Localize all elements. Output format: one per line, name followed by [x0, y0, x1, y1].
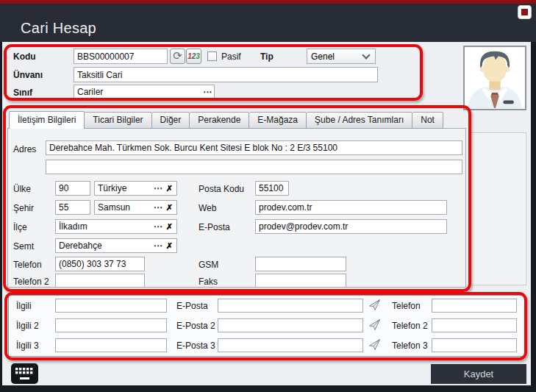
contact-eposta-input[interactable]	[218, 299, 363, 313]
ulke-code-input[interactable]	[55, 181, 90, 196]
page-title: Cari Hesap	[21, 20, 96, 37]
generate-code-button[interactable]: ⟳	[170, 49, 185, 64]
paper-plane-icon	[368, 299, 381, 311]
sehir-label: Şehir	[13, 203, 34, 213]
ilce-value: İlkadım	[56, 221, 151, 232]
telefon2-input[interactable]	[55, 274, 145, 288]
posta-kodu-label: Posta Kodu	[199, 184, 244, 194]
side-empty-panel	[468, 132, 526, 285]
ulke-clear-icon[interactable]: ✗	[165, 185, 176, 193]
ilce-label: İlçe	[13, 222, 27, 232]
eposta-label: E-Posta	[199, 222, 230, 232]
avatar	[465, 47, 525, 109]
telefon-label: Telefon	[13, 260, 42, 270]
keyboard-icon	[11, 363, 38, 384]
kodu-label: Kodu	[13, 51, 36, 62]
tab-iletisim-bilgileri[interactable]: İletişim Bilgileri	[9, 111, 85, 129]
ilgili2-input[interactable]	[55, 318, 167, 332]
semt-browse-icon[interactable]: ⋯	[151, 241, 165, 250]
sehir-browse-icon[interactable]: ⋯	[151, 203, 165, 212]
adres-label: Adres	[13, 144, 36, 154]
customer-photo[interactable]	[463, 46, 526, 110]
numbers-123-icon: 123	[187, 53, 200, 60]
ulke-browse-icon[interactable]: ⋯	[151, 184, 165, 193]
adres-line2-input[interactable]	[46, 160, 462, 174]
contact-telefon2-label: Telefon 2	[392, 321, 428, 331]
telefon2-label: Telefon 2	[13, 277, 49, 287]
faks-input[interactable]	[255, 274, 346, 288]
send-mail-button-2[interactable]	[367, 318, 382, 332]
send-mail-button-1[interactable]	[367, 298, 382, 312]
contact-telefon3-label: Telefon 3	[392, 341, 428, 351]
telefon-input[interactable]	[55, 257, 145, 271]
ulke-label: Ülke	[13, 184, 31, 194]
tip-select[interactable]: Genel	[307, 49, 376, 64]
send-mail-button-3[interactable]	[367, 338, 382, 352]
semt-value: Derebahçe	[56, 240, 151, 251]
tab-strip: İletişim Bilgileri Ticari Bilgiler Diğer…	[9, 112, 443, 129]
faks-label: Faks	[199, 277, 218, 287]
chevron-down-icon	[362, 51, 370, 59]
contact-eposta2-input[interactable]	[218, 318, 363, 332]
contact-eposta-label: E-Posta	[176, 301, 208, 311]
ilce-browse-icon[interactable]: ⋯	[151, 222, 165, 231]
semt-label: Semt	[13, 241, 34, 252]
ilce-picker[interactable]: İlkadım ⋯ ✗	[55, 219, 177, 234]
tip-selected-value: Genel	[307, 51, 363, 62]
gsm-input[interactable]	[255, 257, 346, 271]
tab-ticari-bilgiler[interactable]: Ticari Bilgiler	[85, 112, 151, 129]
refresh-icon: ⟳	[173, 50, 182, 61]
tab-perakende[interactable]: Perakende	[190, 112, 249, 129]
tab-e-magaza[interactable]: E-Mağaza	[249, 112, 307, 129]
sinif-browse-icon[interactable]: ⋯	[201, 88, 214, 96]
contact-telefon2-input[interactable]	[432, 318, 517, 332]
close-icon	[521, 9, 528, 15]
gsm-label: GSM	[199, 260, 218, 270]
semt-clear-icon[interactable]: ✗	[165, 242, 176, 250]
sehir-picker[interactable]: Samsun ⋯ ✗	[94, 200, 177, 215]
sehir-code-input[interactable]	[55, 200, 90, 215]
ilgili-input[interactable]	[55, 299, 167, 313]
ilgili-label: İlgili	[16, 301, 32, 311]
semt-picker[interactable]: Derebahçe ⋯ ✗	[55, 238, 177, 253]
contact-telefon-input[interactable]	[432, 299, 517, 313]
tab-not[interactable]: Not	[412, 112, 443, 129]
unvani-input[interactable]	[74, 67, 378, 82]
posta-kodu-input[interactable]	[255, 181, 289, 196]
kodu-input[interactable]	[74, 49, 168, 64]
web-label: Web	[199, 203, 216, 213]
paper-plane-icon	[368, 318, 381, 331]
ilgili2-label: İlgili 2	[16, 321, 39, 331]
virtual-keyboard-button[interactable]	[11, 363, 38, 384]
sinif-picker[interactable]: Cariler ⋯	[74, 85, 215, 99]
numbering-button[interactable]: 123	[186, 49, 201, 64]
paper-plane-icon	[368, 338, 381, 351]
sehir-value: Samsun	[95, 202, 151, 213]
tab-sube-adres-tanimlari[interactable]: Şube / Adres Tanımları	[307, 112, 412, 129]
sinif-value: Cariler	[74, 87, 201, 97]
sinif-label: Sınıf	[13, 88, 32, 98]
tip-label: Tip	[260, 51, 274, 62]
ulke-picker[interactable]: Türkiye ⋯ ✗	[94, 181, 177, 196]
pasif-label: Pasif	[221, 51, 241, 62]
adres-input[interactable]	[46, 140, 462, 155]
ilgili3-label: İlgili 3	[16, 341, 39, 351]
tab-diger[interactable]: Diğer	[152, 112, 190, 129]
contact-telefon-label: Telefon	[392, 301, 421, 311]
ilce-clear-icon[interactable]: ✗	[165, 223, 176, 231]
unvani-label: Ünvanı	[13, 70, 43, 80]
web-input[interactable]	[255, 200, 447, 215]
ilgili3-input[interactable]	[55, 338, 167, 352]
contact-eposta3-input[interactable]	[218, 338, 363, 352]
contact-eposta2-label: E-Posta 2	[176, 321, 215, 331]
sehir-clear-icon[interactable]: ✗	[165, 204, 176, 212]
save-button[interactable]: Kaydet	[431, 364, 526, 384]
dialog-header: Cari Hesap	[0, 4, 536, 42]
ulke-value: Türkiye	[95, 183, 151, 193]
contact-telefon3-input[interactable]	[432, 338, 517, 352]
eposta-input[interactable]	[255, 219, 447, 234]
close-button[interactable]	[518, 5, 532, 19]
cari-hesap-dialog: Cari Hesap Kodu ⟳ 123 Pasif Tip Genel Ün…	[0, 0, 536, 392]
pasif-checkbox[interactable]	[207, 51, 217, 61]
contact-eposta3-label: E-Posta 3	[176, 341, 215, 351]
